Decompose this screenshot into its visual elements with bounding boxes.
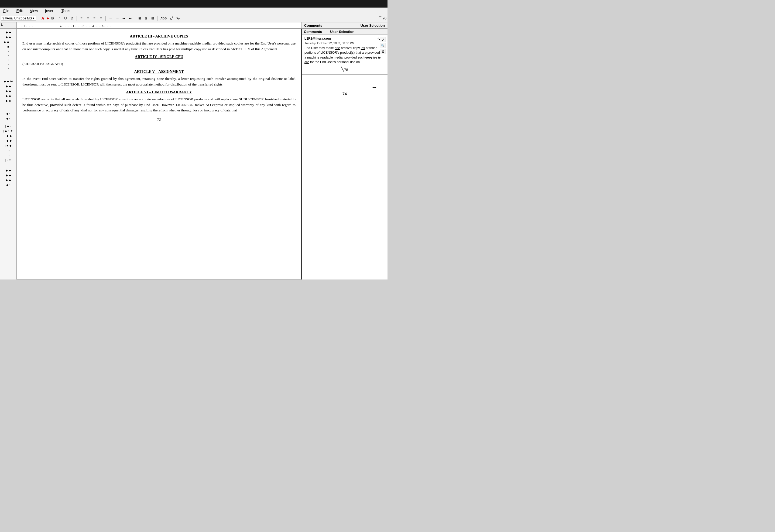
toolbar-align-left[interactable]: ≡: [79, 16, 84, 21]
gutter-row-27: ◆ ◆: [0, 177, 16, 182]
comment-reject-btn[interactable]: X: [380, 49, 386, 54]
bullet-22: ◆: [10, 134, 12, 137]
zoom-level: 70: [382, 16, 386, 20]
gutter-row-1: ◆ ◆: [0, 30, 16, 35]
dot-1: •: [8, 50, 9, 53]
bullet-black-2: ■: [6, 144, 8, 147]
toolbar-indent1[interactable]: ⇥: [121, 16, 126, 21]
right-mid-section: ⌣ 74: [302, 74, 388, 99]
font-dropdown-icon[interactable]: ▼: [32, 17, 35, 20]
gutter-char-1: ↔: [10, 40, 13, 43]
gutter-row-13: ◆ ◆: [0, 93, 16, 98]
bullet-7: ◆: [4, 80, 6, 83]
toolbar-underline[interactable]: U: [63, 16, 68, 21]
dot-13: •: [9, 183, 11, 186]
toolbar-bold[interactable]: B: [50, 16, 55, 21]
gutter-row-15: ◆ •: [0, 111, 16, 116]
dot-5: •: [8, 67, 9, 70]
bullet-16: ◆: [9, 99, 11, 102]
gutter-row-11: ◆ ◆: [0, 84, 16, 88]
bullet-19: ◆: [7, 125, 9, 128]
right-panel: Comments User Selection L1R3@litera.com …: [301, 29, 388, 280]
menu-view[interactable]: View: [29, 8, 39, 13]
toolbar-separator-3: [105, 16, 106, 21]
pipe-6: |: [7, 149, 8, 152]
toolbar-subscript[interactable]: x2: [175, 15, 181, 21]
gutter-row-6: •: [0, 53, 16, 58]
bullet-31: ◆: [9, 178, 11, 181]
gutter-row-21: | ■ ◆: [0, 143, 16, 148]
gutter-row-19: | ◆ ◆: [0, 133, 16, 138]
gutter-row-26: ◆ ◆: [0, 173, 16, 177]
toolbar-abc[interactable]: ABG: [159, 16, 168, 20]
document-page: ARTICLE III - ARCHIVE COPIES End user ma…: [17, 29, 301, 280]
menu-tools[interactable]: Tools: [60, 8, 71, 13]
comment-review-btn[interactable]: 🔍: [380, 43, 386, 48]
toolbar-align-justify[interactable]: ≡: [98, 16, 104, 21]
gutter-row-5: •: [0, 49, 16, 53]
bullet-3: ◆: [6, 36, 8, 39]
toolbar-align-center[interactable]: ≡: [85, 16, 91, 21]
gutter-row-12: ◆ ◆: [0, 88, 16, 93]
bullet-25: ◆: [9, 144, 12, 147]
font-selector[interactable]: T ⊞ Arial Unicode MS ▼: [1, 16, 36, 21]
gutter-row-28: ◆ •: [0, 182, 16, 187]
toolbar-separator-1: [38, 16, 38, 21]
title-bar: [0, 0, 388, 8]
dot-11: •: [9, 154, 10, 157]
menu-file[interactable]: File: [2, 8, 11, 13]
toolbar-font-color[interactable]: A: [40, 16, 46, 21]
bullet-29: ◆: [9, 174, 11, 177]
bullet-21: ◆: [6, 134, 9, 137]
gutter-row-8: •: [0, 62, 16, 66]
bullet-8: ◆: [7, 80, 9, 83]
toolbar-superscript[interactable]: x2: [169, 15, 174, 21]
pipe-2: |: [3, 129, 4, 132]
panel-header-comments: Comments: [304, 30, 322, 34]
toolbar-table3[interactable]: ⊡: [150, 16, 155, 21]
zoom-control: ⌒ 70: [378, 16, 386, 21]
toolbar-align-right[interactable]: ≡: [92, 16, 97, 21]
article3-text: End user may make archival copies of tho…: [22, 41, 295, 52]
bullet-14: ◆: [9, 94, 11, 97]
menu-insert[interactable]: Insert: [44, 8, 56, 13]
comment-accept-btn[interactable]: ✓: [380, 37, 386, 42]
page-number: 72: [22, 115, 295, 124]
pipe-5: |: [5, 144, 5, 147]
toolbar-list1[interactable]: ≔: [108, 16, 113, 21]
toolbar-d[interactable]: D: [69, 16, 75, 21]
gutter-char-2: ω: [10, 79, 13, 83]
bullet-2: ◆: [9, 31, 11, 34]
ruler-row: L · · · 1 · · · · · ⊼ · · · · · 1 · · · …: [0, 22, 388, 29]
bullet-10: ◆: [9, 85, 11, 88]
bullet-30: ◆: [6, 178, 8, 181]
comment-box-1: L1R3@litera.com ∿76 Tuesday, October 22,…: [302, 35, 388, 74]
pipe-4: |: [5, 139, 5, 142]
bullet-4: ◆: [9, 36, 11, 39]
ruler-mark-indent: ⊼: [60, 25, 62, 27]
toolbar-italic[interactable]: I: [56, 16, 62, 21]
dot-8: •: [10, 125, 11, 128]
bullet-27: ◆: [9, 169, 11, 172]
article3-heading: ARTICLE III - ARCHIVE COPIES: [22, 34, 295, 39]
ruler-L: L: [0, 22, 4, 27]
toolbar-table2[interactable]: ⊟: [143, 16, 149, 21]
toolbar-list2[interactable]: ≔: [114, 16, 120, 21]
bullet-24: ◆: [10, 139, 12, 142]
gutter-row-7: •: [0, 58, 16, 62]
dot-3: •: [8, 59, 9, 61]
menu-edit[interactable]: Edit: [15, 8, 24, 13]
article4-sidebar: (SIDEBAR PARAGRAPH): [22, 61, 295, 67]
bullet-5: ◆: [4, 40, 6, 43]
toolbar-indent2[interactable]: ⇤: [127, 16, 133, 21]
article5-heading: ARTICLE V – ASSIGNMENT: [22, 70, 295, 74]
gutter-row-3: ◆ ◆ ↔: [0, 39, 16, 44]
toolbar-highlight[interactable]: ◆: [47, 16, 49, 20]
gutter-row-20: | ◆ ◆: [0, 138, 16, 143]
bullet-32: ◆: [6, 183, 8, 186]
gutter-row-25: ◆ ◆: [0, 168, 16, 173]
menu-bar: File Edit View Insert Tools: [0, 8, 388, 14]
toolbar-separator-5: [157, 16, 157, 21]
article6-heading: ARTICLE VI – LIMITED WARRANTY: [22, 90, 295, 94]
toolbar-table1[interactable]: ⊞: [137, 16, 142, 21]
